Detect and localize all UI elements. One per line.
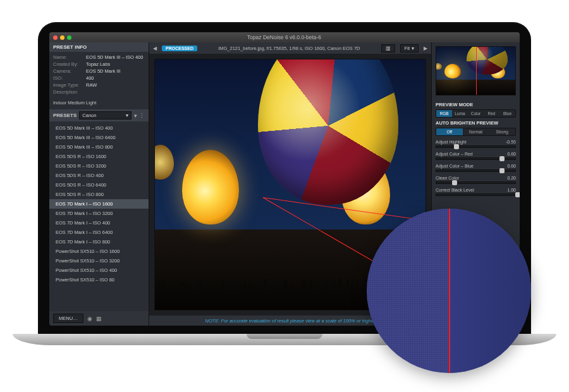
preset-prev-icon[interactable]: ▾ — [134, 113, 137, 119]
presets-camera-dropdown[interactable]: Canon ▾ — [79, 111, 132, 119]
slider-track[interactable] — [436, 169, 516, 172]
slider-label: Clean Color — [436, 176, 459, 180]
slider-label: Adjust Highlight — [436, 140, 467, 144]
chevron-down-icon: ▾ — [412, 46, 414, 51]
presets-header: PRESETS Canon ▾ ▾ ⋮ — [49, 109, 149, 121]
info-key: ISO: — [53, 75, 86, 81]
preset-item[interactable]: EOS 7D Mark I – ISO 800 — [49, 237, 149, 247]
auto-brighten-segmented[interactable]: OffNormalStrong — [436, 128, 516, 136]
preset-info-grid: Name:EOS 5D Mark III – ISO 400 Created B… — [49, 52, 149, 100]
slider-row: Clean Color0.20 — [436, 176, 516, 184]
presets-title: PRESETS — [53, 113, 76, 118]
preset-item[interactable]: EOS 5D Mark III – ISO 400 — [49, 123, 149, 133]
info-key: Description: — [53, 89, 86, 95]
laptop-notch — [247, 334, 322, 339]
segment-option[interactable]: RGB — [436, 110, 452, 117]
left-panel: PRESET INFO Name:EOS 5D Mark III – ISO 4… — [49, 42, 149, 326]
preset-item[interactable]: PowerShot SX510 – ISO 1600 — [49, 247, 149, 256]
zoom-divider — [449, 209, 450, 373]
info-value: EOS 5D Mark III – ISO 400 — [86, 54, 143, 60]
preset-item[interactable]: EOS 7D Mark I – ISO 3200 — [49, 209, 149, 218]
filename-label: IMG_2121_before.jpg, f/1.75635, 1/98 s, … — [202, 46, 376, 51]
preset-item[interactable]: EOS 5DS R – ISO 6400 — [49, 180, 149, 190]
segment-option[interactable]: Red — [484, 110, 499, 117]
window-titlebar: Topaz DeNoise 6 v6.0.0-beta-6 — [49, 32, 520, 42]
segment-option[interactable]: Strong — [489, 128, 515, 135]
preset-info-title: PRESET INFO — [53, 44, 87, 50]
segment-option[interactable]: Normal — [463, 128, 489, 135]
preset-menu-icon[interactable]: ⋮ — [139, 113, 145, 119]
slider-row: Correct Black Level1.00 — [436, 188, 516, 196]
info-value: EOS 5D Mark III — [86, 68, 121, 74]
zoom-icon[interactable] — [67, 35, 71, 40]
info-key: Image Type: — [53, 82, 86, 88]
slider-value: 0.20 — [507, 176, 516, 180]
info-value: 400 — [86, 75, 94, 81]
slider-thumb[interactable] — [452, 180, 457, 185]
preset-list[interactable]: EOS 5D Mark III – ISO 400EOS 5D Mark III… — [49, 121, 149, 311]
window-title: Topaz DeNoise 6 v6.0.0-beta-6 — [71, 34, 497, 40]
info-key: Created By: — [53, 61, 86, 67]
traffic-lights — [53, 35, 71, 40]
slider-row: Adjust Color – Red0.60 — [436, 152, 516, 160]
next-image-icon[interactable]: ▶ — [424, 46, 427, 51]
slider-thumb[interactable] — [499, 168, 505, 173]
slider-label: Correct Black Level — [436, 188, 474, 192]
slider-value: 0.60 — [507, 152, 516, 156]
slider-thumb[interactable] — [515, 192, 520, 197]
preview-mode-segmented[interactable]: RGBLumaColorRedBlue — [436, 109, 516, 118]
segment-option[interactable]: Luma — [452, 110, 468, 117]
slider-value: -0.55 — [506, 140, 516, 144]
info-value: Topaz Labs — [86, 61, 110, 67]
slider-label: Adjust Color – Blue — [436, 164, 474, 168]
preset-item[interactable]: EOS 7D Mark I – ISO 1600 — [49, 199, 149, 209]
slider-track[interactable] — [436, 181, 516, 184]
info-key: Name: — [53, 54, 86, 60]
zoom-comparison-circle — [367, 209, 531, 373]
preset-item[interactable]: EOS 7D Mark I – ISO 400 — [49, 218, 149, 228]
preset-description: Indoor Medium Light — [49, 100, 149, 109]
slider-row: Adjust Highlight-0.55 — [436, 140, 516, 148]
image-toolbar: ◀ PROCESSED IMG_2121_before.jpg, f/1.756… — [149, 42, 431, 54]
snapshot-icon[interactable]: ◉ — [87, 315, 92, 322]
preset-item[interactable]: PowerShot SX510 – ISO 400 — [49, 266, 149, 275]
preset-info-header: PRESET INFO — [49, 42, 149, 52]
left-footer: MENU… ◉ ▦ — [49, 311, 149, 326]
minimize-icon[interactable] — [60, 35, 64, 40]
preset-item[interactable]: EOS 5DS R – ISO 800 — [49, 190, 149, 199]
preset-item[interactable]: EOS 5DS R – ISO 3200 — [49, 161, 149, 171]
preset-item[interactable]: EOS 7D Mark I – ISO 6400 — [49, 228, 149, 237]
slider-value: 0.60 — [507, 164, 516, 168]
preset-item[interactable]: EOS 5D Mark III – ISO 800 — [49, 142, 149, 152]
segment-option[interactable]: Color — [468, 110, 484, 117]
segment-option[interactable]: Blue — [499, 110, 515, 117]
slider-track[interactable] — [436, 145, 516, 148]
preset-item[interactable]: PowerShot SX510 – ISO 80 — [49, 275, 149, 285]
info-key: Camera: — [53, 68, 86, 74]
auto-brighten-label: AUTO BRIGHTEN PREVIEW — [436, 120, 516, 126]
zoom-dropdown[interactable]: Fit ▾ — [400, 44, 419, 52]
preview-thumbnail[interactable] — [436, 46, 516, 95]
segment-option[interactable]: Off — [436, 128, 463, 135]
slider-value: 1.00 — [507, 188, 516, 192]
close-icon[interactable] — [53, 35, 58, 40]
processed-badge[interactable]: PROCESSED — [162, 46, 197, 51]
preset-item[interactable]: EOS 5DS R – ISO 1600 — [49, 152, 149, 161]
slider-track[interactable] — [436, 157, 516, 160]
slider-track[interactable] — [436, 193, 516, 196]
compare-toggle[interactable]: ▥ — [381, 44, 395, 52]
preset-item[interactable]: EOS 5D Mark III – ISO 6400 — [49, 133, 149, 142]
slider-label: Adjust Color – Red — [436, 152, 473, 156]
preset-item[interactable]: PowerShot SX510 – ISO 3200 — [49, 256, 149, 266]
zoom-value: Fit — [405, 46, 410, 51]
preview-mode-label: PREVIEW MODE — [436, 102, 516, 107]
preset-item[interactable]: EOS 5DS R – ISO 400 — [49, 171, 149, 180]
slider-thumb[interactable] — [454, 144, 459, 149]
info-value: RAW — [86, 82, 97, 88]
slider-thumb[interactable] — [499, 156, 505, 161]
prev-image-icon[interactable]: ◀ — [153, 46, 157, 51]
slider-row: Adjust Color – Blue0.60 — [436, 164, 516, 172]
menu-button[interactable]: MENU… — [53, 314, 83, 323]
split-line — [476, 47, 477, 95]
grid-icon[interactable]: ▦ — [96, 315, 102, 322]
